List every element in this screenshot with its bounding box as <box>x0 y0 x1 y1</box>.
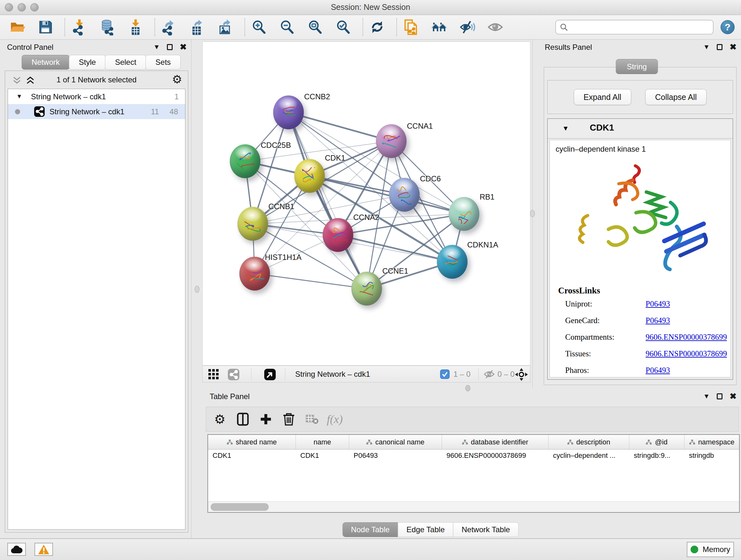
zoom-out-button[interactable] <box>278 18 296 36</box>
detach-view-icon[interactable] <box>264 368 276 382</box>
import-network-database-button[interactable] <box>98 18 116 36</box>
network-canvas[interactable]: CCNB2CCNA1CDC25BCDK1CDC6RB1CCNB1CCNA2CDK… <box>202 42 530 366</box>
table-cell[interactable]: stringdb:9... <box>629 449 684 462</box>
tab-network-table[interactable]: Network Table <box>453 522 519 537</box>
panel-menu-icon[interactable]: ▼ <box>153 43 160 51</box>
network-node-ccna2[interactable] <box>323 218 353 252</box>
network-node-rb1[interactable] <box>449 197 479 231</box>
export-image-button[interactable] <box>216 18 234 36</box>
results-panel-title: Results Panel <box>545 43 592 52</box>
network-view-icon[interactable] <box>227 368 240 382</box>
panel-float-icon[interactable] <box>717 44 723 50</box>
table-cell[interactable]: P06493 <box>349 449 442 462</box>
show-all-button[interactable] <box>486 18 504 36</box>
grid-view-icon[interactable] <box>208 368 219 381</box>
search-input[interactable] <box>568 23 709 32</box>
table-cell[interactable]: CDK1 <box>296 449 349 462</box>
panel-close-icon[interactable]: ✖ <box>730 392 737 400</box>
show-neighbors-button[interactable] <box>430 18 448 36</box>
left-splitter-handle[interactable] <box>195 286 199 293</box>
column-header[interactable]: canonical name <box>349 435 442 449</box>
crosslink-link[interactable]: P06493 <box>646 316 670 325</box>
help-button[interactable]: ? <box>721 20 735 34</box>
table-cell[interactable]: CDK1 <box>208 449 296 462</box>
network-node-ccne1[interactable] <box>351 272 382 306</box>
panel-float-icon[interactable] <box>717 393 723 399</box>
network-edge[interactable] <box>255 273 367 289</box>
network-node-cdc6[interactable] <box>389 178 420 212</box>
memory-button[interactable]: Memory <box>687 542 734 557</box>
collapse-all-button[interactable]: Collapse All <box>645 89 707 105</box>
tab-node-table[interactable]: Node Table <box>342 522 398 537</box>
node-result-header[interactable]: ▼ CDK1 <box>548 119 733 138</box>
import-network-file-button[interactable] <box>70 18 88 36</box>
network-node-cdk1[interactable] <box>294 159 325 193</box>
horizontal-scrollbar[interactable] <box>208 501 739 512</box>
import-table-icon <box>127 19 144 36</box>
cloud-status-button[interactable] <box>7 543 26 556</box>
table-settings-gear-icon[interactable]: ⚙ <box>212 412 227 427</box>
column-header[interactable]: database identifier <box>442 435 549 449</box>
network-collection-row[interactable]: ▼ String Network – cdk1 1 <box>8 89 185 104</box>
panel-float-icon[interactable] <box>167 44 173 50</box>
delete-table-icon[interactable] <box>305 412 319 427</box>
function-builder-icon[interactable]: f(x) <box>327 412 342 427</box>
collapse-entry-icon[interactable]: ▼ <box>562 125 569 132</box>
zoom-fit-button[interactable] <box>307 18 324 36</box>
tab-select[interactable]: Select <box>105 55 146 70</box>
zoom-in-button[interactable] <box>250 18 268 36</box>
network-row-selected[interactable]: String Network – cdk1 11 48 <box>8 104 185 119</box>
refresh-button[interactable] <box>368 18 386 36</box>
crosslink-link[interactable]: 9606.ENSP00000378699 <box>646 349 727 358</box>
manage-columns-icon[interactable] <box>235 412 250 427</box>
column-header[interactable]: description <box>549 435 629 449</box>
tab-string[interactable]: String <box>616 59 658 74</box>
open-session-button[interactable] <box>8 18 26 36</box>
network-node-cdkn1a[interactable] <box>437 245 468 279</box>
zoom-out-icon <box>279 19 295 36</box>
network-edge[interactable] <box>288 112 367 289</box>
import-table-file-button[interactable] <box>126 18 144 36</box>
column-header[interactable]: name <box>296 435 349 449</box>
network-edge[interactable] <box>338 235 452 262</box>
network-node-ccnb2[interactable] <box>273 96 304 129</box>
expand-all-button[interactable]: Expand All <box>574 89 631 105</box>
tab-sets[interactable]: Sets <box>145 55 181 70</box>
tab-network[interactable]: Network <box>22 55 70 70</box>
table-cell[interactable]: stringdb <box>684 449 739 462</box>
zoom-selected-button[interactable] <box>334 18 352 36</box>
pan-crosshair-icon[interactable] <box>515 368 528 382</box>
tab-style[interactable]: Style <box>69 55 106 70</box>
export-table-button[interactable] <box>188 18 206 36</box>
table-cell[interactable]: 9606.ENSP00000378699 <box>442 449 549 462</box>
network-node-cdc25b[interactable] <box>230 144 260 178</box>
column-header[interactable]: @id <box>629 435 684 449</box>
panel-close-icon[interactable]: ✖ <box>180 43 187 51</box>
table-cell[interactable]: cyclin–dependent ... <box>549 449 629 462</box>
network-node-ccna1[interactable] <box>376 124 407 158</box>
create-network-view-button[interactable] <box>402 18 420 36</box>
selected-checkbox-icon[interactable] <box>440 369 450 380</box>
add-column-icon[interactable] <box>259 412 273 427</box>
export-network-button[interactable] <box>160 18 178 36</box>
collection-disclosure-icon[interactable]: ▼ <box>16 93 22 100</box>
crosslink-link[interactable]: P06493 <box>646 300 670 308</box>
column-header[interactable]: shared name <box>208 435 296 449</box>
collection-count: 1 <box>175 92 179 101</box>
tab-edge-table[interactable]: Edge Table <box>398 522 454 537</box>
delete-column-icon[interactable] <box>281 412 296 427</box>
warnings-button[interactable] <box>35 543 53 556</box>
open-folder-icon <box>9 19 25 36</box>
crosslink-link[interactable]: P06493 <box>646 366 670 375</box>
panel-menu-icon[interactable]: ▼ <box>703 392 710 400</box>
column-header[interactable]: namespace <box>684 435 739 449</box>
panel-menu-icon[interactable]: ▼ <box>703 43 710 51</box>
network-node-ccnb1[interactable] <box>238 207 268 241</box>
network-options-gear-icon[interactable]: ⚙ <box>172 73 182 86</box>
save-session-button[interactable] <box>37 18 54 36</box>
right-splitter-handle[interactable] <box>530 210 535 217</box>
panel-close-icon[interactable]: ✖ <box>730 43 737 51</box>
crosslink-link[interactable]: 9606.ENSP00000378699 <box>646 333 727 341</box>
scrollbar-thumb[interactable] <box>211 503 269 511</box>
hide-selected-button[interactable] <box>458 18 476 36</box>
